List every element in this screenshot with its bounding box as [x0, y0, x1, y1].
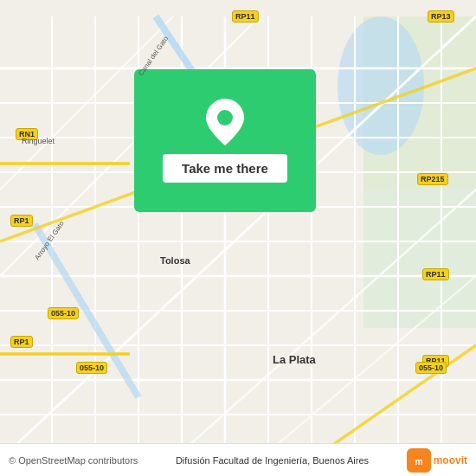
road-badge-055-10-b: 055-10	[76, 362, 107, 374]
location-pin-icon	[206, 99, 244, 145]
moovit-text: moovit	[434, 454, 467, 466]
map-container: Take me there RN1 RP1 RP1 RP11 RP11 RP11…	[0, 0, 476, 476]
take-me-there-button[interactable]: Take me there	[163, 154, 287, 183]
road-badge-rp215: RP215	[417, 173, 448, 185]
moovit-logo-icon: m	[407, 448, 431, 473]
copyright-text: © OpenStreetMap contributors	[9, 455, 138, 466]
location-name-text: Difusión Facultad de Ingeniería, Buenos …	[176, 455, 369, 466]
road-badge-055-10-a: 055-10	[48, 307, 79, 319]
svg-text:m: m	[415, 457, 422, 466]
label-tolosa: Tolosa	[160, 255, 190, 266]
bottom-bar: © OpenStreetMap contributors Difusión Fa…	[0, 443, 476, 476]
moovit-logo: m moovit	[407, 448, 467, 473]
svg-point-36	[217, 110, 233, 125]
road-badge-rp11-top: RP11	[232, 10, 259, 23]
label-la-plata: La Plata	[273, 353, 316, 366]
road-badge-rp11-right: RP11	[422, 268, 449, 280]
location-panel: Take me there	[134, 69, 316, 212]
road-badge-rp13: RP13	[428, 10, 454, 23]
svg-rect-1	[363, 190, 476, 328]
road-badge-rp1-bottom: RP1	[10, 336, 33, 348]
road-badge-rp1-left: RP1	[10, 215, 33, 227]
road-badge-055-10-c: 055-10	[415, 362, 447, 374]
label-ringuelet: Ringuelet	[22, 137, 55, 145]
